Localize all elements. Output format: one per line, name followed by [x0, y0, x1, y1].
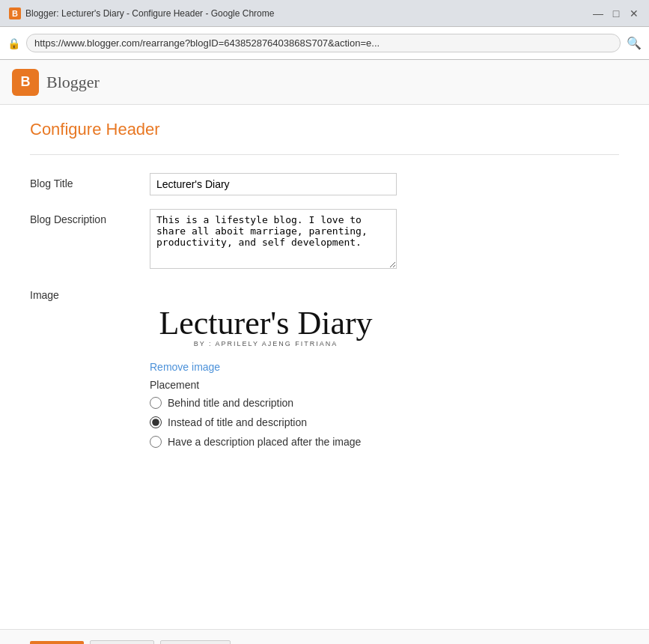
blog-description-row: Blog Description [30, 206, 619, 274]
remove-button[interactable]: Remove [160, 640, 231, 644]
blog-description-label: Blog Description [30, 206, 150, 274]
placement-instead-label: Instead of title and description [168, 416, 307, 428]
image-label: Image [30, 282, 150, 460]
blog-title-field-cell [150, 170, 619, 198]
page-title: Configure Header [30, 120, 619, 139]
blogger-logo-icon: B [12, 69, 39, 96]
image-field-cell: Lecturer's Diary BY : APRILELY AJENG FIT… [150, 282, 619, 460]
blogger-header: B Blogger [0, 60, 649, 105]
placement-behind-label: Behind title and description [168, 397, 293, 409]
browser-window-controls: — □ ✕ [592, 7, 640, 19]
placement-radio-group: Behind title and description Instead of … [150, 397, 361, 448]
configure-header-form: Blog Title Blog Description Image [30, 170, 619, 460]
placement-instead-option[interactable]: Instead of title and description [150, 416, 361, 428]
placement-instead-radio[interactable] [150, 416, 162, 428]
browser-tab-title: Blogger: Lecturer's Diary - Configure He… [25, 8, 274, 19]
blog-description-field-cell [150, 206, 619, 274]
blog-description-input[interactable] [150, 209, 397, 269]
browser-favicon-icon: B [9, 7, 21, 19]
spacer-row-1 [30, 198, 619, 206]
address-bar: 🔒 🔍 [0, 27, 649, 60]
placement-after-radio[interactable] [150, 436, 162, 448]
placement-label: Placement [150, 379, 199, 391]
placement-after-option[interactable]: Have a description placed after the imag… [150, 436, 361, 448]
placement-after-label: Have a description placed after the imag… [168, 436, 361, 448]
search-icon[interactable]: 🔍 [627, 36, 642, 50]
cancel-button[interactable]: Cancel [90, 640, 154, 644]
blog-logo-image: Lecturer's Diary BY : APRILELY AJENG FIT… [150, 292, 382, 361]
footer-bar: Save Cancel Remove [0, 629, 649, 644]
blogger-logo-text: Blogger [46, 73, 100, 92]
maximize-button[interactable]: □ [610, 7, 622, 19]
minimize-button[interactable]: — [592, 7, 604, 19]
close-button[interactable]: ✕ [628, 7, 640, 19]
svg-text:Lecturer's Diary: Lecturer's Diary [159, 305, 372, 341]
section-divider [30, 154, 619, 155]
placement-behind-option[interactable]: Behind title and description [150, 397, 361, 409]
page-content: Configure Header Blog Title Blog Descrip… [0, 105, 649, 629]
save-button[interactable]: Save [30, 641, 84, 644]
image-row: Image Lecturer's Diary BY : APRILELY AJE… [30, 282, 619, 460]
placement-behind-radio[interactable] [150, 397, 162, 409]
address-input[interactable] [26, 34, 621, 52]
remove-image-link[interactable]: Remove image [150, 361, 220, 373]
browser-titlebar: B Blogger: Lecturer's Diary - Configure … [0, 0, 649, 27]
spacer-row-2 [30, 274, 619, 282]
blog-logo-svg: Lecturer's Diary BY : APRILELY AJENG FIT… [150, 295, 382, 355]
blog-title-input[interactable] [150, 173, 397, 195]
security-icon: 🔒 [7, 37, 20, 49]
image-area: Lecturer's Diary BY : APRILELY AJENG FIT… [150, 292, 619, 448]
svg-text:BY : APRILELY AJENG FITRIANA: BY : APRILELY AJENG FITRIANA [194, 340, 338, 347]
blog-title-row: Blog Title [30, 170, 619, 198]
blog-title-label: Blog Title [30, 170, 150, 198]
